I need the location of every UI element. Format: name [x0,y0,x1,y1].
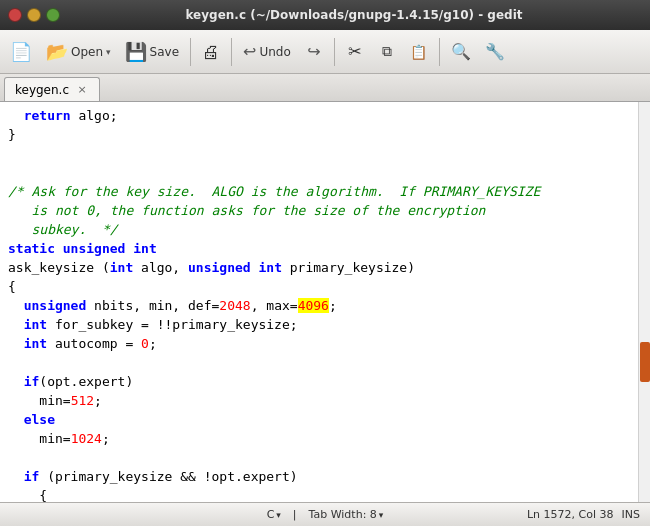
paste-icon: 📋 [410,44,427,60]
code-line: return algo; [8,106,638,125]
cut-button[interactable]: ✂ [340,34,370,70]
mode-label: INS [622,508,640,521]
scrollbar-thumb[interactable] [640,342,650,382]
undo-icon: ↩ [243,42,256,61]
window-controls [8,8,60,22]
code-editor[interactable]: return algo; } /* Ask for the key size. … [0,102,638,502]
separator-4 [439,38,440,66]
save-label: Save [150,45,179,59]
code-line [8,144,638,163]
copy-icon: ⧉ [382,43,392,60]
statusbar: C ▾ | Tab Width: 8 ▾ Ln 1572, Col 38 INS [0,502,650,526]
tab-label: keygen.c [15,83,69,97]
code-line: else [8,410,638,429]
code-line: int autocomp = 0; [8,334,638,353]
tabbar: keygen.c × [0,74,650,102]
new-icon: 📄 [10,43,32,61]
statusbar-right: Ln 1572, Col 38 INS [430,508,640,521]
language-selector[interactable]: C ▾ [267,508,281,521]
code-line: is not 0, the function asks for the size… [8,201,638,220]
undo-button[interactable]: ↩ Undo [237,34,297,70]
save-button[interactable]: 💾 Save [119,34,185,70]
scrollbar[interactable] [638,102,650,502]
tools-icon: 🔧 [485,42,505,61]
tab-close-button[interactable]: × [75,83,89,97]
open-button[interactable]: 📂 Open ▾ [40,34,117,70]
tab-width-dropdown-arrow: ▾ [379,510,384,520]
print-icon: 🖨 [202,43,220,61]
tab-keygen[interactable]: keygen.c × [4,77,100,101]
window-title: keygen.c (~/Downloads/gnupg-1.4.15/g10) … [66,8,642,22]
redo-icon: ↪ [307,42,320,61]
minimize-button[interactable] [27,8,41,22]
open-icon: 📂 [46,43,68,61]
position-label: Ln 1572, Col 38 [527,508,614,521]
paste-button[interactable]: 📋 [404,34,434,70]
statusbar-center: C ▾ | Tab Width: 8 ▾ [220,508,430,521]
language-label: C [267,508,275,521]
code-line: { [8,277,638,296]
titlebar: keygen.c (~/Downloads/gnupg-1.4.15/g10) … [0,0,650,30]
close-button[interactable] [8,8,22,22]
code-line [8,353,638,372]
separator-2 [231,38,232,66]
code-line: ask_keysize (int algo, unsigned int prim… [8,258,638,277]
find-button[interactable]: 🔍 [445,34,477,70]
print-button[interactable]: 🖨 [196,34,226,70]
code-line [8,448,638,467]
toolbar: 📄 📂 Open ▾ 💾 Save 🖨 ↩ Undo ↪ ✂ ⧉ 📋 🔍 🔧 [0,30,650,74]
code-line: if(opt.expert) [8,372,638,391]
tools-button[interactable]: 🔧 [479,34,511,70]
code-line: if (primary_keysize && !opt.expert) [8,467,638,486]
maximize-button[interactable] [46,8,60,22]
undo-label: Undo [259,45,290,59]
code-line: /* Ask for the key size. ALGO is the alg… [8,182,638,201]
open-label: Open [71,45,103,59]
editor-area[interactable]: return algo; } /* Ask for the key size. … [0,102,650,502]
copy-button[interactable]: ⧉ [372,34,402,70]
save-icon: 💾 [125,43,147,61]
tab-width-label: Tab Width: 8 [309,508,377,521]
code-line: min=1024; [8,429,638,448]
code-line: } [8,125,638,144]
code-line: static unsigned int [8,239,638,258]
code-line: unsigned nbits, min, def=2048, max=4096; [8,296,638,315]
language-dropdown-arrow: ▾ [276,510,281,520]
cut-icon: ✂ [348,42,361,61]
tab-width-selector[interactable]: Tab Width: 8 ▾ [309,508,384,521]
separator-3 [334,38,335,66]
code-line: subkey. */ [8,220,638,239]
find-icon: 🔍 [451,42,471,61]
code-line [8,163,638,182]
code-line: min=512; [8,391,638,410]
new-button[interactable]: 📄 [4,34,38,70]
code-line: int for_subkey = !!primary_keysize; [8,315,638,334]
open-dropdown-arrow: ▾ [106,47,111,57]
statusbar-sep1: | [293,508,297,521]
separator-1 [190,38,191,66]
code-line: { [8,486,638,502]
redo-button[interactable]: ↪ [299,34,329,70]
